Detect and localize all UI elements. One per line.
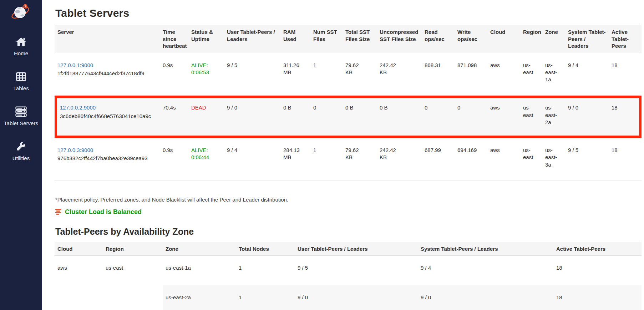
system-peers-cell: 9 / 4 — [418, 256, 553, 281]
column-header: Total Nodes — [236, 242, 295, 256]
column-header: Read ops/sec — [422, 25, 455, 53]
server-cell: 127.0.0.3:9000 976b382c2ff442f7ba0bea32e… — [55, 138, 160, 181]
section-title: Tablet-Peers by Availability Zone — [55, 227, 644, 237]
column-header: Total SST Files Size — [343, 25, 377, 53]
sidebar-item-tables[interactable]: Tables — [0, 71, 42, 91]
cloud-cell: aws — [55, 256, 103, 310]
zone-cell: us-east-1a — [542, 53, 565, 96]
column-header: Active Tablet-Peers — [609, 25, 642, 53]
read-ops-cell: 687.99 — [422, 138, 455, 181]
column-header: Cloud — [55, 242, 103, 256]
system-peers-cell: 9 / 0 — [565, 96, 609, 138]
read-ops-cell: 868.31 — [422, 53, 455, 96]
sidebar-item-utilities[interactable]: Utilities — [0, 141, 42, 161]
column-header: Cloud — [487, 25, 520, 53]
sidebar-item-tablet-servers[interactable]: Tablet Servers — [0, 106, 42, 126]
sidebar-item-label: Tables — [13, 85, 29, 91]
cluster-load-label: Cluster Load is Balanced — [65, 208, 142, 216]
yugabyte-logo[interactable] — [11, 3, 31, 21]
server-cell: 127.0.0.2:9000 3c6deb86f40c4f668e5763041… — [55, 96, 160, 138]
column-header: Num SST Files — [310, 25, 343, 53]
sidebar: Home Tables — [0, 0, 42, 310]
column-header: Uncompressed SST Files Size — [377, 25, 422, 53]
status-cell: ALIVE: 0:06:44 — [188, 138, 224, 181]
user-peers-cell: 9 / 0 — [224, 96, 280, 138]
active-peers-cell: 18 — [609, 53, 642, 96]
user-peers-cell: 9 / 0 — [295, 282, 418, 310]
servers-table-header-row: Server Time since heartbeat Status & Upt… — [55, 25, 642, 53]
sidebar-item-label: Utilities — [12, 155, 30, 161]
server-link[interactable]: 127.0.0.3:9000 — [57, 147, 93, 153]
user-peers-cell: 9 / 5 — [295, 256, 418, 281]
total-sst-cell: 79.62KB — [343, 53, 377, 96]
column-header: Server — [55, 25, 160, 53]
column-header: Write ops/sec — [455, 25, 487, 53]
server-cell: 127.0.0.1:9000 1f2fd188777643cf944ced2f3… — [55, 53, 160, 96]
sidebar-item-label: Home — [14, 50, 28, 56]
placement-note: *Placement policy, Preferred zones, and … — [55, 197, 644, 203]
tables-icon — [15, 71, 27, 83]
server-uuid: 3c6deb86f40c4f668e5763041ce10a9c — [60, 113, 157, 120]
zone-cell: us-east-2a — [163, 282, 236, 310]
zone-row: aws us-east us-east-1a 1 9 / 5 9 / 4 18 — [55, 256, 642, 281]
system-peers-cell: 9 / 0 — [418, 282, 553, 310]
column-header: Status & Uptime — [188, 25, 224, 53]
active-peers-cell: 18 — [553, 282, 642, 310]
zones-table: Cloud Region Zone Total Nodes User Table… — [55, 242, 642, 310]
column-header: RAM Used — [280, 25, 310, 53]
zones-table-header-row: Cloud Region Zone Total Nodes User Table… — [55, 242, 642, 256]
status-cell: ALIVE: 0:06:53 — [188, 53, 224, 96]
num-sst-cell: 1 — [310, 53, 343, 96]
num-sst-cell: 1 — [310, 138, 343, 181]
sidebar-item-home[interactable]: Home — [0, 36, 42, 56]
write-ops-cell: 694.169 — [455, 138, 487, 181]
column-header: User Tablet-Peers / Leaders — [224, 25, 280, 53]
heartbeat-cell: 0.9s — [160, 138, 188, 181]
sidebar-item-label: Tablet Servers — [4, 120, 38, 126]
server-link[interactable]: 127.0.0.2:9000 — [60, 105, 96, 111]
total-sst-cell: 79.62KB — [343, 138, 377, 181]
region-cell: us-east — [520, 138, 542, 181]
table-row-highlighted: 127.0.0.2:9000 3c6deb86f40c4f668e5763041… — [55, 96, 642, 138]
cluster-load-status: Cluster Load is Balanced — [55, 208, 644, 216]
ram-used-cell: 311.26MB — [280, 53, 310, 96]
uptime-value: 0:06:44 — [191, 154, 221, 161]
tablet-servers-table: Server Time since heartbeat Status & Upt… — [55, 25, 642, 181]
uncompressed-sst-cell: 0 B — [377, 96, 422, 138]
utilities-icon — [16, 141, 26, 153]
region-cell: us-east — [520, 53, 542, 96]
column-header: Time since heartbeat — [160, 25, 188, 53]
uncompressed-sst-cell: 242.42KB — [377, 138, 422, 181]
column-header: Zone — [542, 25, 565, 53]
write-ops-cell: 0 — [455, 96, 487, 138]
server-uuid: 976b382c2ff442f7ba0bea32e39cea93 — [57, 155, 157, 162]
write-ops-cell: 871.098 — [455, 53, 487, 96]
zone-cell: us-east-2a — [542, 96, 565, 138]
column-header: User Tablet-Peers / Leaders — [295, 242, 418, 256]
total-nodes-cell: 1 — [236, 256, 295, 281]
table-row: 127.0.0.3:9000 976b382c2ff442f7ba0bea32e… — [55, 138, 642, 181]
server-uuid: 1f2fd188777643cf944ced2f37c18df9 — [57, 70, 157, 77]
zone-cell: us-east-3a — [542, 138, 565, 181]
table-row: 127.0.0.1:9000 1f2fd188777643cf944ced2f3… — [55, 53, 642, 96]
page-title: Tablet Servers — [55, 7, 644, 19]
column-header: Region — [520, 25, 542, 53]
status-label: DEAD — [191, 105, 206, 111]
status-label: ALIVE: — [191, 62, 208, 68]
heartbeat-cell: 0.9s — [160, 53, 188, 96]
total-sst-cell: 0 B — [343, 96, 377, 138]
status-label: ALIVE: — [191, 147, 208, 153]
main-content: Tablet Servers Server Time since heartbe… — [42, 0, 644, 310]
uncompressed-sst-cell: 242.42KB — [377, 53, 422, 96]
region-cell: us-east — [103, 256, 163, 310]
system-peers-cell: 9 / 5 — [565, 138, 609, 181]
num-sst-cell: 0 — [310, 96, 343, 138]
home-icon — [15, 36, 27, 48]
column-header: System Tablet-Peers / Leaders — [565, 25, 609, 53]
user-peers-cell: 9 / 4 — [224, 138, 280, 181]
cluster-load-icon — [55, 209, 62, 215]
server-link[interactable]: 127.0.0.1:9000 — [57, 62, 93, 68]
column-header: Zone — [163, 242, 236, 256]
read-ops-cell: 0 — [422, 96, 455, 138]
total-nodes-cell: 1 — [236, 282, 295, 310]
